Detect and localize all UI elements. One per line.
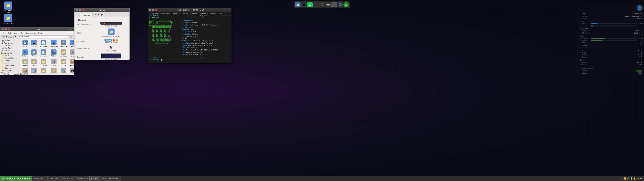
address-bar[interactable]: /home/erik (18, 35, 68, 38)
themes-back-btn[interactable]: ← (75, 13, 80, 17)
term-command-screenfetch: screenfetch (149, 17, 230, 19)
taskbar-item-switch[interactable]: [switch-on...] (48, 176, 62, 181)
terminal-close-btn[interactable] (155, 9, 158, 11)
file-fonts[interactable]: 🔤.fonts (30, 68, 38, 72)
taskbar-item-arc-theme[interactable]: [arc-theme] (62, 176, 75, 181)
media-dock-icon[interactable]: ⏺ (301, 2, 306, 7)
file-pictures[interactable]: 🖼Pictures (21, 49, 30, 58)
sidebar-data[interactable]: 📁 DATA (0, 54, 20, 57)
systray-network-icon[interactable]: 📶 (624, 177, 626, 180)
forward-button[interactable]: ▶ (5, 35, 8, 38)
theme-row-icons: Icons 📁 Sardi Mono Colora Polo (76, 28, 128, 37)
file-cache[interactable]: 📁.cache (30, 58, 38, 67)
refresh-button[interactable]: ↺ (14, 35, 17, 38)
file-dropbox[interactable]: 📦Dropbox (59, 40, 68, 48)
taskbar-item-google[interactable]: ● Google - ... (32, 176, 47, 181)
themes-minimize-btn[interactable] (76, 9, 78, 12)
taskbar-item-home[interactable]: Home (100, 176, 108, 181)
window-borders-preview[interactable]: Arc-Dark-Violet (95, 22, 128, 27)
file-videos[interactable]: 🎬Videos (49, 49, 59, 58)
back-button[interactable]: ◀ (1, 35, 4, 38)
dollar-dock-icon[interactable]: $ (344, 2, 349, 7)
menu-go[interactable]: Go (20, 32, 24, 34)
grid-view-icon[interactable]: ⊞ (71, 28, 72, 30)
sidebar-trash[interactable]: 🗑 Trash (0, 50, 20, 52)
terminal-body[interactable]: [oh-my-zsh] Random theme '/home/erik/.oh… (148, 12, 231, 63)
folder-dock-icon[interactable]: 📁 (295, 2, 300, 7)
menu-view[interactable]: View (13, 32, 19, 34)
file-aurelia[interactable]: 📁.aurelia (21, 58, 30, 67)
systray-battery-icon[interactable]: 🔋 (630, 177, 632, 180)
search-button[interactable]: 🔍 (68, 35, 73, 38)
detail-uptime: Uptime: 20m (182, 26, 220, 29)
download-dock-icon[interactable]: ⬇ (332, 2, 337, 7)
themes-maximize-btn[interactable] (79, 9, 81, 12)
minimize-button[interactable] (2, 28, 4, 30)
file-gnome2[interactable]: 🐾.gnome2- (59, 68, 68, 72)
file-desktop[interactable]: 🖥Desktop (30, 40, 38, 48)
sidebar-videos[interactable]: 📹 Videos (0, 40, 20, 42)
taskbar-item-terminal[interactable]: erik@erik-... (108, 176, 121, 181)
file-data[interactable]: 💾DATA (21, 40, 30, 48)
desktop-theme-preview[interactable]: Arc-Dark-Violet (95, 54, 128, 60)
file-aconf[interactable]: 📁.aconf (38, 68, 48, 72)
file-dropbox2[interactable]: 📦.dropbox (68, 58, 74, 67)
camera-dock-icon[interactable]: 📷 (325, 2, 331, 7)
sidebar-downloads[interactable]: ⬇ Downloads (0, 42, 20, 44)
file-aptitude[interactable]: 📁.aptitude (59, 49, 68, 58)
taskbar-start-button[interactable]: 🌿 Linux Mint 18 Cinnamon (0, 176, 32, 181)
systray-notifications-icon[interactable]: 🔔 (633, 177, 636, 180)
sidebar-aurora[interactable]: 📁 aurora (0, 59, 20, 62)
menu-file[interactable]: File (2, 32, 6, 34)
menu-edit[interactable]: Edit (7, 32, 12, 34)
file-atom[interactable]: ⚛.atom (68, 49, 74, 58)
file-icons[interactable]: 🖼.icons (68, 68, 74, 72)
tab-themes[interactable]: Themes (80, 13, 92, 17)
file-music[interactable]: 🎵Music (68, 40, 74, 48)
close-button[interactable] (8, 28, 10, 30)
conky-mem-total-row: → Total 205 (580, 42, 643, 44)
mouse-pointer-preview[interactable]: 🖱 DMZ-White (95, 46, 128, 52)
conky-host-row: → Host erik-P50 (580, 13, 643, 15)
sidebar-applications[interactable]: 📁 applications (0, 64, 20, 67)
sidebar-dropbox[interactable]: 📦 Dropbox (0, 70, 20, 72)
headphone-dock-icon[interactable]: 🎧 (319, 2, 325, 7)
spotify-dock-icon[interactable]: ♫ (307, 2, 312, 7)
controls-preview[interactable]: Button Arc-Dark-Violet (95, 39, 128, 44)
menu-help[interactable]: Help (37, 32, 44, 34)
sidebar-filesystem[interactable]: 💻 File System (0, 47, 20, 50)
desktop-icon-arc-theme-colora[interactable]: 📁 Arc-Theme-Colora (2, 1, 15, 14)
conky-system-section: → Host erik-P50 → Kernel 4.8.9-040809-ge… (580, 13, 643, 20)
tab-settings[interactable]: Settings (92, 13, 106, 17)
file-documents[interactable]: 📄Documents (38, 40, 48, 48)
menu-bookmarks[interactable]: Bookmarks (24, 32, 37, 34)
taskbar-item-update[interactable]: [Update M...] (75, 176, 89, 181)
sidebar-conky[interactable]: 📁 conky (0, 62, 20, 64)
icons-preview[interactable]: 📁 Sardi Mono Colora Polo (95, 28, 128, 37)
terminal-maximize-btn[interactable] (152, 9, 154, 11)
themes-close-btn[interactable] (82, 9, 84, 12)
music2-dock-icon[interactable]: ♪ (313, 2, 319, 7)
globe-dock-icon[interactable]: 🌐 (338, 2, 343, 7)
file-public[interactable]: 📁Public (30, 49, 38, 58)
desktop-icon-arc-theme[interactable]: 📁 arc-theme (2, 14, 15, 25)
file-downloads[interactable]: ⬇Downloads (49, 40, 59, 48)
sidebar-themes[interactable]: 📁 themes (0, 67, 20, 70)
file-config[interactable]: ⚙.config (49, 58, 59, 67)
systray-volume-icon[interactable]: 🔊 (627, 177, 630, 180)
file-dbus[interactable]: 📁.dbus (59, 58, 68, 67)
file-templates[interactable]: 📋Templates (38, 49, 48, 58)
taskbar-item-themes[interactable]: Themes (90, 176, 99, 181)
preview-button[interactable]: Button (104, 39, 112, 42)
list-view-icon[interactable]: ▤ (68, 28, 70, 30)
taskbar-systray: 1 📶 🔊 🔋 🔔 08:49 (620, 176, 644, 181)
sidebar-ultimate-linux[interactable]: 📁 Ultimate-Linux... (0, 57, 20, 59)
maximize-button[interactable] (4, 28, 7, 30)
file-cinnamon[interactable]: 📁.cinnamon (38, 58, 48, 67)
terminal-minimize-btn[interactable] (149, 9, 152, 11)
file-dropbox-dist[interactable]: 📦.dropbox-dist (21, 68, 30, 72)
detail-de: DE: Cinnamon 3.2.1 (182, 36, 220, 38)
up-button[interactable]: ▲ (9, 36, 13, 38)
sidebar-recent[interactable]: 🕐 Recent (0, 44, 20, 47)
file-git-credentials[interactable]: 🔑.git-credentials (49, 68, 59, 72)
